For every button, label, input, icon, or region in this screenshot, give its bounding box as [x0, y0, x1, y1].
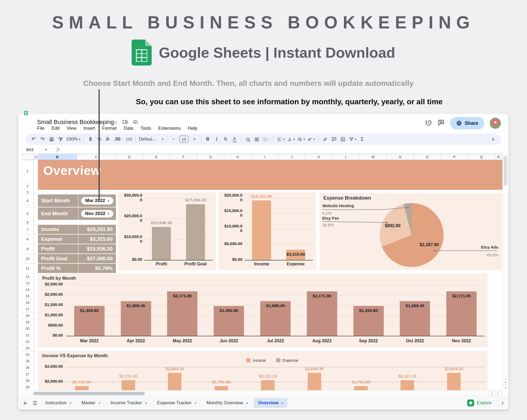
font-select[interactable]: Defaul...▾	[138, 135, 164, 144]
column-header-K[interactable]: K	[305, 154, 333, 160]
row-header-5[interactable]: 5	[21, 207, 34, 220]
row-header-6[interactable]: 6	[21, 220, 34, 225]
scroll-right-button[interactable]: ▸	[495, 391, 501, 396]
text-wrap-icon[interactable]: ▾	[296, 135, 306, 144]
more-formats-button[interactable]: 123	[125, 135, 133, 144]
add-sheet-button[interactable]: +	[23, 399, 27, 407]
column-header-M[interactable]: M	[360, 154, 387, 160]
horizontal-scrollbar[interactable]: ◂ ▸	[21, 390, 502, 396]
fx-icon[interactable]: fx	[57, 147, 60, 152]
font-size-input[interactable]: 10	[179, 136, 188, 143]
merge-cells-icon[interactable]: ▾	[262, 135, 271, 144]
chart-profit-vs-goal[interactable]: $30,000.0 0$20,000.0 0$10,000.0 0$0.00$1…	[118, 192, 216, 270]
move-to-folder-icon[interactable]	[122, 119, 128, 126]
column-header-N[interactable]: N	[387, 154, 414, 160]
menu-item-extensions[interactable]: Extensions	[158, 126, 181, 131]
borders-icon[interactable]: ⊞	[253, 135, 261, 144]
print-icon[interactable]	[47, 135, 56, 144]
row-header-18[interactable]: 18	[21, 312, 34, 319]
document-title[interactable]: Small Business Bookkeeping	[37, 119, 114, 126]
column-header-O[interactable]: O	[414, 154, 441, 160]
menu-item-tools[interactable]: Tools	[141, 126, 151, 131]
decrease-decimals-button[interactable]: .0←	[104, 135, 112, 144]
chart-expense-breakdown-pie[interactable]: Expense BreakdownWebsite Hosting4.1%Etsy…	[320, 193, 502, 270]
row-header-1[interactable]: 1	[21, 160, 34, 182]
comment-history-icon[interactable]	[438, 119, 445, 127]
menu-item-insert[interactable]: Insert	[83, 126, 95, 131]
menu-item-help[interactable]: Help	[188, 126, 197, 131]
select-all-corner[interactable]	[21, 154, 34, 160]
row-header-26[interactable]: 26	[21, 364, 34, 371]
user-avatar[interactable]	[490, 118, 501, 129]
chart-income-vs-expense[interactable]: $20,000.0 0$15,000.0 0$10,000.0 0$5,000.…	[219, 192, 316, 270]
row-header-14[interactable]: 14	[21, 286, 34, 293]
cloud-status-icon[interactable]	[132, 119, 138, 126]
bold-button[interactable]: B	[204, 135, 212, 144]
row-header-19[interactable]: 19	[21, 319, 34, 325]
row-header-2[interactable]: 2	[21, 182, 34, 190]
row-header-11[interactable]: 11	[21, 264, 34, 274]
row-header-9[interactable]: 9	[21, 244, 34, 254]
row-header-25[interactable]: 25	[21, 358, 34, 364]
row-header-27[interactable]: 27	[21, 371, 34, 377]
text-rotation-icon[interactable]: ▾	[307, 135, 316, 144]
menu-item-format[interactable]: Format	[102, 126, 117, 131]
decrease-font-size-button[interactable]: −	[169, 135, 177, 144]
column-header-J[interactable]: J	[278, 154, 305, 160]
column-header-R[interactable]: R	[495, 154, 502, 160]
menu-item-data[interactable]: Data	[124, 126, 134, 131]
create-filter-icon[interactable]: ▾	[348, 135, 357, 144]
row-header-15[interactable]: 15	[21, 293, 34, 299]
row-header-4[interactable]: 4	[21, 194, 34, 207]
name-box[interactable]: B53	[26, 147, 44, 152]
column-header-I[interactable]: I	[251, 154, 278, 160]
tab-expense-tracker[interactable]: Expense Tracker▾	[153, 398, 201, 408]
all-sheets-button[interactable]: ☰	[32, 400, 37, 406]
vertical-scrollbar[interactable]: ▲ ▼	[502, 154, 509, 390]
menu-item-file[interactable]: File	[37, 126, 44, 131]
row-header-29[interactable]: 29	[21, 384, 34, 390]
vertical-scrollbar-thumb[interactable]	[504, 156, 507, 186]
zoom-select[interactable]: 100%▾	[65, 135, 81, 144]
column-header-B[interactable]: B	[38, 154, 77, 160]
column-header-F[interactable]: F	[170, 154, 197, 160]
functions-icon[interactable]: Σ	[358, 135, 366, 144]
chart-profit-by-month[interactable]: Profit by Month$2,500.00$2,000.00$1,500.…	[38, 274, 487, 347]
row-header-20[interactable]: 20	[21, 325, 34, 332]
column-header-G[interactable]: G	[197, 154, 224, 160]
scroll-up-button[interactable]: ▲	[503, 379, 508, 385]
horizontal-align-icon[interactable]: ▾	[276, 135, 285, 144]
row-header-17[interactable]: 17	[21, 306, 34, 312]
insert-comment-icon[interactable]	[330, 135, 338, 144]
row-header-22[interactable]: 22	[21, 338, 34, 345]
insert-link-icon[interactable]	[321, 135, 329, 144]
hide-menus-icon[interactable]: ∧	[489, 135, 497, 144]
row-header-12[interactable]: 12	[21, 274, 34, 280]
column-header-H[interactable]: H	[224, 154, 251, 160]
italic-button[interactable]: I	[213, 135, 221, 144]
increase-decimals-button[interactable]: .00→	[113, 135, 124, 144]
increase-font-size-button[interactable]: +	[190, 135, 199, 144]
explore-button[interactable]: Explore	[467, 399, 492, 406]
column-header-A[interactable]: A	[34, 154, 38, 160]
scroll-down-button[interactable]: ▼	[503, 385, 508, 390]
column-header-E[interactable]: E	[143, 154, 170, 160]
tab-monthly-overview[interactable]: Monthly Overview▾	[202, 398, 252, 408]
tab-overview[interactable]: Overview▾	[254, 398, 288, 408]
row-header-16[interactable]: 16	[21, 299, 34, 306]
star-icon[interactable]: ☆	[113, 119, 118, 126]
start-month-dropdown[interactable]: Mar 2022▾	[81, 197, 113, 205]
redo-icon[interactable]: ↷	[38, 135, 47, 144]
menu-item-edit[interactable]: Edit	[51, 126, 59, 131]
strikethrough-button[interactable]: S	[222, 135, 230, 144]
row-header-21[interactable]: 21	[21, 332, 34, 338]
tab-income-tracker[interactable]: Income Tracker▾	[106, 398, 151, 408]
column-header-Q[interactable]: Q	[468, 154, 495, 160]
row-header-10[interactable]: 10	[21, 254, 34, 264]
menu-item-view[interactable]: View	[67, 126, 77, 131]
insert-chart-icon[interactable]	[339, 135, 347, 144]
collapse-sidebar-icon[interactable]: ‹	[502, 399, 504, 407]
tab-master[interactable]: Master▾	[77, 398, 105, 408]
end-month-dropdown[interactable]: Nov 2022▾	[81, 210, 113, 218]
row-header-7[interactable]: 7	[21, 225, 34, 235]
